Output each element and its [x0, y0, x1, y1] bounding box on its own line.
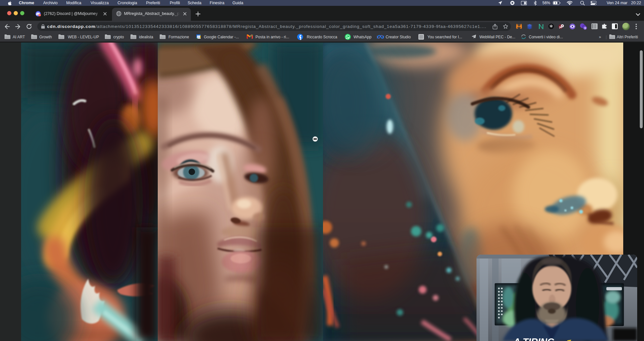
- svg-text:29+: 29+: [38, 14, 41, 16]
- svg-text:A TIRING: A TIRING: [513, 336, 554, 341]
- svg-text:31: 31: [197, 36, 200, 38]
- svg-text:5: 5: [584, 27, 586, 30]
